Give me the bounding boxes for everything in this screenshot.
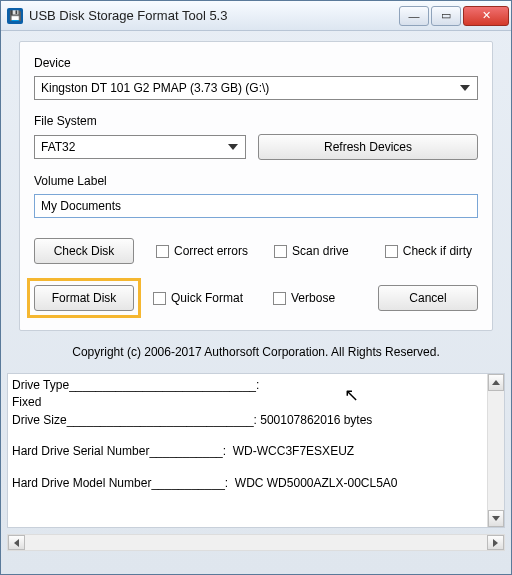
horizontal-scrollbar[interactable]: [7, 534, 505, 551]
cancel-button[interactable]: Cancel: [378, 285, 478, 311]
filesystem-selected: FAT32: [41, 140, 75, 154]
chevron-down-icon: [225, 140, 241, 154]
format-disk-button[interactable]: Format Disk: [34, 285, 134, 311]
vertical-scrollbar[interactable]: [487, 374, 504, 527]
scan-drive-checkbox[interactable]: Scan drive: [274, 244, 349, 258]
filesystem-dropdown[interactable]: FAT32: [34, 135, 246, 159]
maximize-button[interactable]: ▭: [431, 6, 461, 26]
device-dropdown[interactable]: Kingston DT 101 G2 PMAP (3.73 GB) (G:\): [34, 76, 478, 100]
volume-input[interactable]: [34, 194, 478, 218]
window-title: USB Disk Storage Format Tool 5.3: [29, 8, 227, 23]
quick-format-checkbox[interactable]: Quick Format: [153, 291, 243, 305]
app-window: 💾 USB Disk Storage Format Tool 5.3 — ▭ ✕…: [0, 0, 512, 575]
filesystem-label: File System: [34, 114, 478, 128]
scroll-down-icon[interactable]: [488, 510, 504, 527]
check-disk-button[interactable]: Check Disk: [34, 238, 134, 264]
group-box: Device Kingston DT 101 G2 PMAP (3.73 GB)…: [19, 41, 493, 331]
scroll-up-icon[interactable]: [488, 374, 504, 391]
device-selected: Kingston DT 101 G2 PMAP (3.73 GB) (G:\): [41, 81, 269, 95]
volume-label: Volume Label: [34, 174, 478, 188]
titlebar[interactable]: 💾 USB Disk Storage Format Tool 5.3 — ▭ ✕: [1, 1, 511, 31]
scroll-right-icon[interactable]: [487, 535, 504, 550]
copyright-text: Copyright (c) 2006-2017 Authorsoft Corpo…: [19, 345, 493, 359]
device-label: Device: [34, 56, 478, 70]
check-if-dirty-checkbox[interactable]: Check if dirty: [385, 244, 472, 258]
format-highlight: Format Disk: [27, 278, 141, 318]
correct-errors-checkbox[interactable]: Correct errors: [156, 244, 248, 258]
scroll-left-icon[interactable]: [8, 535, 25, 550]
close-button[interactable]: ✕: [463, 6, 509, 26]
verbose-checkbox[interactable]: Verbose: [273, 291, 335, 305]
format-row: Format Disk Quick Format Verbose Cancel: [34, 278, 478, 318]
check-row: Check Disk Correct errors Scan drive Che…: [34, 238, 478, 264]
app-icon: 💾: [7, 8, 23, 24]
chevron-down-icon: [457, 81, 473, 95]
main-panel: Device Kingston DT 101 G2 PMAP (3.73 GB)…: [1, 31, 511, 373]
minimize-button[interactable]: —: [399, 6, 429, 26]
info-textarea[interactable]: Drive Type____________________________: …: [7, 373, 505, 528]
refresh-devices-button[interactable]: Refresh Devices: [258, 134, 478, 160]
